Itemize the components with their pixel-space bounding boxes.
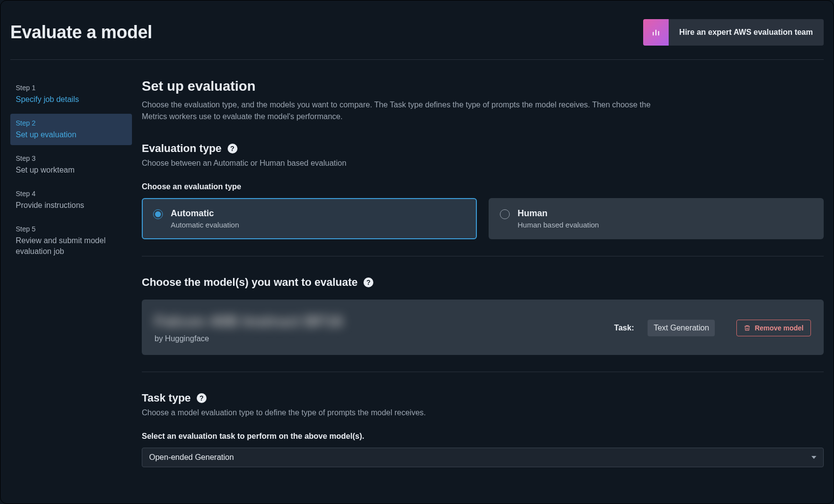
bar-chart-icon	[643, 19, 669, 46]
evaluation-type-header: Evaluation type ?	[142, 142, 824, 155]
section-desc: Choose the evaluation type, and the mode…	[142, 99, 672, 123]
choose-models-header: Choose the model(s) you want to evaluate…	[142, 276, 824, 289]
model-info: Falcon 40B Instruct BF16 by Huggingface	[155, 312, 604, 343]
hire-aws-team-button[interactable]: Hire an expert AWS evaluation team	[643, 19, 824, 46]
task-type-title: Task type	[142, 392, 191, 404]
step-set-up-workteam[interactable]: Step 3 Set up workteam	[10, 149, 132, 180]
section-title: Set up evaluation	[142, 78, 824, 94]
task-type-select-wrap: Open-ended Generation	[142, 448, 824, 467]
help-icon[interactable]: ?	[197, 393, 207, 403]
evaluation-type-desc: Choose between an Automatic or Human bas…	[142, 159, 824, 168]
task-type-field-label: Select an evaluation task to perform on …	[142, 432, 824, 441]
help-icon[interactable]: ?	[228, 144, 237, 153]
radio-desc: Automatic evaluation	[171, 221, 239, 229]
model-name: Falcon 40B Instruct BF16	[155, 312, 604, 330]
radio-title: Automatic	[171, 208, 239, 219]
divider	[142, 372, 824, 372]
step-provide-instructions[interactable]: Step 4 Provide instructions	[10, 184, 132, 216]
chevron-down-icon	[811, 456, 816, 459]
step-review-submit[interactable]: Step 5 Review and submit model evaluatio…	[10, 220, 132, 262]
task-type-select[interactable]: Open-ended Generation	[142, 448, 824, 467]
task-type-header: Task type ?	[142, 392, 824, 404]
step-label: Set up workteam	[16, 165, 127, 176]
task-type-desc: Choose a model evaluation type to define…	[142, 408, 824, 417]
layout: Step 1 Specify job details Step 2 Set up…	[10, 60, 824, 467]
task-type-selected-value: Open-ended Generation	[149, 453, 234, 462]
step-label: Review and submit model evaluation job	[16, 235, 127, 257]
page-header: Evaluate a model Hire an expert AWS eval…	[10, 0, 824, 59]
step-number: Step 5	[16, 225, 127, 234]
evaluation-type-field-label: Choose an evaluation type	[142, 182, 824, 191]
task-label: Task:	[614, 324, 634, 332]
step-number: Step 3	[16, 154, 127, 164]
radio-title: Human	[518, 208, 599, 219]
wizard-sidebar: Step 1 Specify job details Step 2 Set up…	[10, 78, 132, 467]
evaluation-type-human[interactable]: Human Human based evaluation	[489, 198, 824, 239]
remove-model-label: Remove model	[755, 324, 804, 332]
task-badge: Text Generation	[648, 320, 715, 336]
evaluation-type-title: Evaluation type	[142, 142, 222, 155]
radio-icon	[153, 209, 163, 219]
step-number: Step 4	[16, 189, 127, 199]
model-card: Falcon 40B Instruct BF16 by Huggingface …	[142, 300, 824, 355]
radio-desc: Human based evaluation	[518, 221, 599, 229]
evaluation-type-options: Automatic Automatic evaluation Human Hum…	[142, 198, 824, 239]
divider	[142, 256, 824, 256]
step-number: Step 1	[16, 83, 127, 93]
page-title: Evaluate a model	[10, 22, 152, 43]
trash-icon	[744, 325, 751, 331]
remove-model-button[interactable]: Remove model	[736, 320, 811, 336]
step-label: Specify job details	[16, 94, 127, 105]
hire-button-label: Hire an expert AWS evaluation team	[669, 28, 824, 37]
step-label: Provide instructions	[16, 200, 127, 211]
evaluation-type-automatic[interactable]: Automatic Automatic evaluation	[142, 198, 477, 239]
step-specify-job-details[interactable]: Step 1 Specify job details	[10, 78, 132, 110]
step-number: Step 2	[16, 119, 127, 128]
help-icon[interactable]: ?	[364, 277, 373, 287]
step-label: Set up evaluation	[16, 129, 127, 140]
step-set-up-evaluation[interactable]: Step 2 Set up evaluation	[10, 114, 132, 145]
model-provider: by Huggingface	[155, 334, 604, 343]
radio-icon	[500, 209, 510, 219]
choose-models-title: Choose the model(s) you want to evaluate	[142, 276, 358, 289]
main-content: Set up evaluation Choose the evaluation …	[142, 78, 824, 467]
